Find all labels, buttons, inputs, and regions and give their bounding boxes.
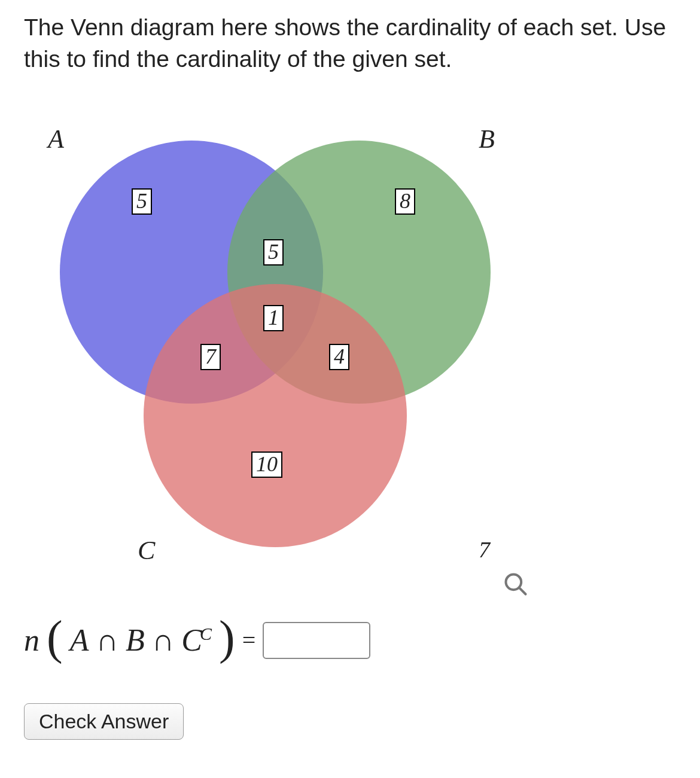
region-BC-only: 4 [329, 344, 349, 370]
eq-rparen: ) [219, 611, 235, 665]
eq-C: CC [181, 623, 212, 658]
eq-A: A [70, 623, 89, 658]
region-outside: 7 [479, 536, 490, 563]
label-C: C [138, 535, 155, 566]
eq-C-sup: C [200, 624, 212, 643]
magnify-icon[interactable] [503, 571, 529, 597]
region-ABC: 1 [263, 305, 284, 331]
region-AB-only: 5 [263, 239, 284, 266]
answer-input[interactable] [263, 622, 370, 659]
region-C-only: 10 [251, 451, 282, 478]
check-answer-button[interactable]: Check Answer [24, 703, 184, 740]
question-prompt: The Venn diagram here shows the cardinal… [24, 12, 670, 75]
eq-B: B [126, 623, 145, 658]
venn-diagram: A B C 5 8 5 1 7 4 10 7 [24, 93, 562, 607]
label-A: A [48, 124, 64, 154]
eq-n: n [24, 623, 39, 658]
region-B-only: 8 [395, 188, 415, 215]
region-AC-only: 7 [200, 344, 221, 370]
label-B: B [479, 124, 495, 154]
eq-lparen: ( [47, 611, 63, 665]
svg-line-1 [519, 588, 526, 594]
region-A-only: 5 [132, 188, 152, 215]
eq-equals: = [242, 626, 256, 654]
eq-cap2: ∩ [152, 623, 175, 658]
eq-cap1: ∩ [96, 623, 118, 658]
equation-row: n ( A ∩ B ∩ CC ) = [24, 613, 676, 667]
eq-C-base: C [181, 623, 202, 657]
venn-svg [24, 93, 562, 607]
